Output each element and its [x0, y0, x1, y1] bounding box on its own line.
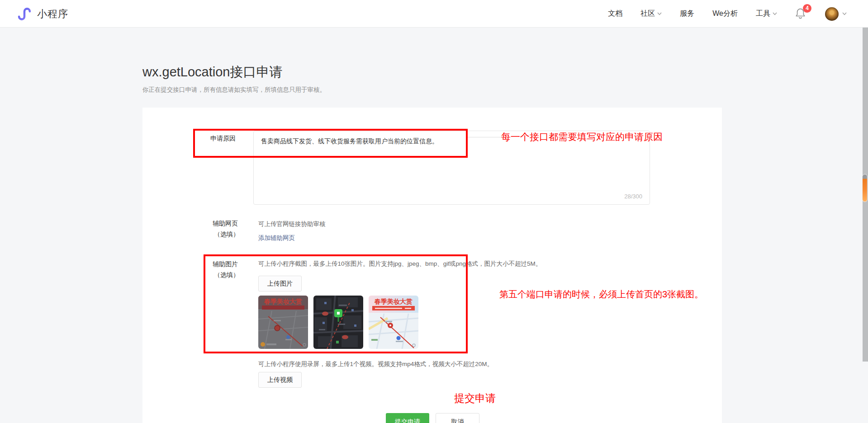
cancel-button[interactable]: 取消 — [436, 413, 479, 423]
nav-tools[interactable]: 工具 — [756, 9, 777, 19]
chevron-down-icon — [842, 12, 847, 15]
nav-docs[interactable]: 文档 — [608, 9, 622, 19]
upload-image-button[interactable]: 上传图片 — [258, 276, 302, 291]
upload-video-button[interactable]: 上传视频 — [258, 372, 302, 388]
page-title: wx.getLocation接口申请 — [142, 63, 282, 81]
char-counter: 28/300 — [624, 193, 642, 200]
thumbnail-image-3[interactable]: 春季美妆大赏 — [369, 296, 418, 349]
nav-community[interactable]: 社区 — [640, 9, 662, 19]
page-subtitle: 你正在提交接口申请，所有信息请如实填写，所填信息只用于审核。 — [142, 86, 326, 94]
aux-image-hint: 可上传小程序截图，最多上传10张图片。图片支持jpg、jpeg、bmp、gif或… — [258, 260, 541, 268]
thumbnail-image-1[interactable]: 春季美妆大赏 — [258, 296, 308, 349]
nav-services[interactable]: 服务 — [680, 9, 694, 19]
brand[interactable]: 小程序 — [17, 0, 68, 28]
add-aux-web-link[interactable]: 添加辅助网页 — [258, 234, 295, 242]
notifications-button[interactable]: 4 — [795, 7, 807, 21]
notification-badge: 4 — [803, 4, 811, 13]
aux-web-hint: 可上传官网链接协助审核 — [258, 220, 326, 228]
aux-video-hint: 可上传小程序使用录屏，最多上传1个视频。视频支持mp4格式，视频大小不超过20M… — [258, 360, 493, 368]
annotation-connector-line — [468, 137, 501, 137]
nav-we-analysis[interactable]: We分析 — [712, 9, 738, 19]
annotation-images-note: 第五个端口申请的时候，必须上传首页的3张截图。 — [499, 288, 703, 301]
submit-button[interactable]: 提交申请 — [386, 413, 429, 423]
aux-image-optional: （选填） — [214, 271, 239, 279]
aux-image-label: 辅助图片 — [213, 260, 238, 268]
brand-name: 小程序 — [37, 7, 68, 21]
reason-label: 申请原因 — [210, 135, 236, 143]
thumbnail-image-2[interactable] — [313, 296, 363, 349]
thumb1-banner-text: 春季美妆大赏 — [264, 298, 302, 305]
account-menu[interactable] — [825, 7, 847, 21]
chevron-down-icon — [773, 12, 777, 15]
miniprogram-logo-icon — [17, 6, 33, 22]
top-nav: 文档 社区 服务 We分析 工具 — [608, 0, 847, 28]
chevron-down-icon — [657, 12, 662, 15]
page: 小程序 文档 社区 服务 We分析 工具 — [0, 0, 868, 423]
thumb3-banner-text: 春季美妆大赏 — [374, 298, 413, 305]
annotation-submit-note: 提交申请 — [454, 391, 496, 405]
aux-web-label: 辅助网页 — [213, 220, 238, 228]
avatar — [825, 7, 839, 21]
aux-web-optional: （选填） — [214, 230, 239, 239]
annotation-reason-note: 每一个接口都需要填写对应的申请原因 — [501, 131, 663, 143]
top-header: 小程序 文档 社区 服务 We分析 工具 — [0, 0, 868, 28]
scrollbar-thumb[interactable] — [862, 174, 868, 202]
